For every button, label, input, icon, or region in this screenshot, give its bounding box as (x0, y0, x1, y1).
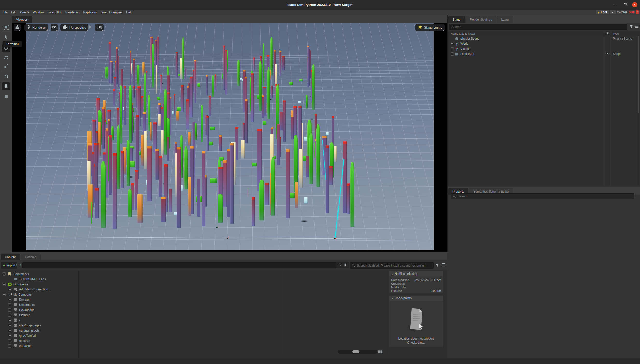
select-tool-button[interactable] (3, 34, 10, 41)
scale-tool-button[interactable] (3, 63, 10, 70)
tree-item-pictures[interactable]: Pictures (0, 313, 78, 318)
menu-isaac-utils[interactable]: Isaac Utils (46, 10, 64, 15)
renderer-button[interactable]: Renderer (24, 24, 48, 31)
stage-lights-button[interactable]: Stage Lights (415, 24, 445, 31)
lightbulb-icon (27, 25, 31, 30)
stage-row-visuals[interactable]: Visuals (448, 46, 640, 51)
expand-icon[interactable] (8, 308, 11, 312)
thumbnail-zoom-slider[interactable] (338, 350, 377, 354)
name-column-header[interactable]: Name (Old to New) (451, 32, 475, 35)
content-browser: Content Console +Import BookmarksBuilt I… (0, 252, 447, 358)
visibility-eye-icon[interactable] (606, 52, 610, 56)
menu-help[interactable]: Help (124, 10, 134, 15)
forward-button[interactable] (19, 263, 22, 268)
no-files-selected-header[interactable]: ▾ No files selected (389, 271, 443, 276)
expand-icon[interactable] (8, 314, 11, 317)
cache-doc-icon[interactable] (636, 10, 639, 15)
expand-icon[interactable] (8, 303, 11, 306)
expand-icon[interactable] (8, 339, 11, 342)
scene-object (299, 79, 303, 81)
expand-icon[interactable] (8, 324, 11, 327)
stage-row-physicsscene[interactable]: physicsScenePhysicsScene (448, 36, 640, 41)
expand-icon[interactable] (451, 42, 454, 45)
bookmark-icon[interactable] (344, 263, 347, 268)
stage-row-replicator[interactable]: ReplicatorScope (448, 51, 640, 57)
scene-object (95, 188, 99, 219)
tree-item-[interactable]: / (0, 318, 78, 323)
menu-rendering[interactable]: Rendering (64, 10, 81, 15)
tab-content[interactable]: Content (1, 254, 20, 260)
tree-item-proc-fs-nfsd[interactable]: /proc/fs/nfsd (0, 333, 78, 338)
collapse-icon[interactable] (3, 283, 6, 286)
rotate-tool-button[interactable] (3, 54, 10, 61)
viewport-render[interactable] (26, 23, 434, 250)
menu-file[interactable]: File (1, 10, 9, 15)
tree-item-dev-hugepages[interactable]: /dev/hugepages (0, 323, 78, 328)
tree-item-desktop[interactable]: Desktop (0, 297, 78, 302)
tree-item-add-new-connection[interactable]: Add New Connection ... (0, 287, 78, 292)
tree-item-downloads[interactable]: Downloads (0, 307, 78, 313)
expand-toolbar-button[interactable] (87, 25, 91, 30)
menu-window[interactable]: Window (31, 10, 46, 15)
pause-button[interactable] (2, 82, 10, 90)
path-dropdown-icon[interactable] (339, 263, 341, 267)
tree-item-my-computer[interactable]: My Computer (0, 292, 78, 297)
menu-isaac-examples[interactable]: Isaac Examples (99, 10, 125, 15)
stage-filter-icon[interactable] (629, 25, 633, 29)
expand-icon[interactable] (8, 334, 11, 337)
minimize-button[interactable] (612, 2, 618, 7)
tab-stage[interactable]: Stage (448, 16, 465, 23)
menu-replicator[interactable]: Replicator (81, 10, 99, 15)
stop-button[interactable] (3, 94, 10, 100)
collapse-icon[interactable] (3, 293, 6, 296)
tab-layer[interactable]: Layer (497, 16, 513, 23)
selection-cube-icon (3, 24, 9, 31)
stage-row-world[interactable]: World (448, 41, 640, 46)
emitter-button[interactable] (95, 24, 104, 31)
expand-icon[interactable] (8, 344, 11, 348)
scene-object (136, 115, 139, 179)
property-search-input[interactable] (451, 193, 634, 199)
live-sync-button[interactable]: LIVE (596, 10, 609, 14)
expand-icon[interactable] (451, 52, 454, 56)
tree-item-built-in-urdf-files[interactable]: Built In URDF Files (0, 277, 78, 282)
tab-viewport[interactable]: Viewport (12, 16, 32, 23)
grid-view-icon[interactable] (378, 349, 383, 354)
expand-icon[interactable] (8, 319, 11, 322)
expand-icon[interactable] (451, 47, 454, 50)
menu-create[interactable]: Create (18, 10, 31, 15)
expand-icon[interactable] (8, 298, 11, 301)
stage-scrollbar[interactable] (638, 36, 639, 185)
snap-button[interactable] (3, 74, 10, 80)
tab-render-settings[interactable]: Render Settings (465, 16, 496, 23)
selection-mode-button[interactable] (3, 24, 10, 31)
tree-item-documents[interactable]: Documents (0, 302, 78, 307)
tree-item-omniverse[interactable]: Omniverse (0, 282, 78, 287)
eye-icon (52, 25, 57, 30)
menu-edit[interactable]: Edit (9, 10, 18, 15)
scene-object (142, 62, 145, 75)
restore-button[interactable] (622, 2, 628, 7)
tree-item-bookmarks[interactable]: Bookmarks (0, 271, 78, 277)
camera-button[interactable]: Perspective (60, 24, 88, 31)
back-button[interactable] (15, 263, 18, 268)
collapse-icon[interactable] (3, 272, 6, 276)
visibility-button[interactable] (51, 24, 58, 31)
scene-object (188, 132, 191, 146)
tree-item-run-wine[interactable]: /run/wine (0, 343, 78, 349)
viewport-settings-button[interactable] (14, 24, 21, 31)
title-bar[interactable]: Isaac Sim Python 2023.1.0 - New Stage* ✕ (0, 0, 640, 10)
tree-item-run-rpc-pipefs[interactable]: /run/rpc_pipefs (0, 328, 78, 333)
stage-search-input[interactable] (449, 24, 627, 30)
stage-options-icon[interactable] (635, 25, 639, 29)
checkpoints-header[interactable]: ▾ Checkpoints (389, 296, 443, 301)
expand-icon[interactable] (8, 329, 11, 332)
live-dropdown-button[interactable] (610, 10, 616, 14)
tree-item-boot-efi[interactable]: /boot/efi (0, 338, 78, 343)
path-input[interactable] (22, 262, 336, 268)
close-button[interactable]: ✕ (632, 2, 637, 7)
tab-console[interactable]: Console (21, 254, 41, 260)
expand-icon[interactable] (8, 288, 11, 291)
slider-handle[interactable] (352, 350, 359, 353)
type-column-header[interactable]: Type (613, 32, 619, 35)
